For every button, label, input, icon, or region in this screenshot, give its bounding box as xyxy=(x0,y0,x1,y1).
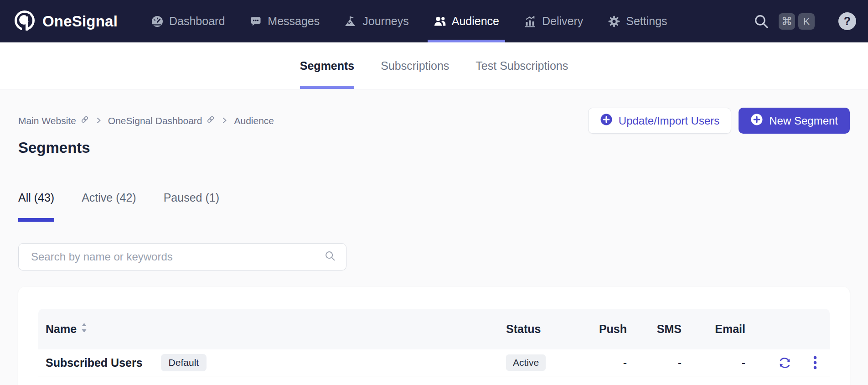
audience-subnav: Segments Subscriptions Test Subscription… xyxy=(0,42,868,89)
audience-icon xyxy=(434,15,446,28)
k-key: K xyxy=(798,13,815,30)
segment-filter-tabs: All (43) Active (42) Paused (1) xyxy=(18,191,850,222)
sms-cell: - xyxy=(627,356,682,369)
nav-item-label: Journeys xyxy=(362,15,408,28)
page-title: Segments xyxy=(18,138,850,157)
nav-item-settings[interactable]: Settings xyxy=(595,0,679,42)
brand-name: OneSignal xyxy=(42,13,118,30)
nav-item-delivery[interactable]: Delivery xyxy=(512,0,595,42)
tab-test-subscriptions[interactable]: Test Subscriptions xyxy=(475,42,568,89)
breadcrumb: Main Website OneSignal Dashboard xyxy=(18,115,274,126)
subtab-label: Test Subscriptions xyxy=(475,59,568,73)
default-badge: Default xyxy=(161,354,207,371)
column-header-name[interactable]: Name xyxy=(38,323,506,336)
nav-item-label: Dashboard xyxy=(169,15,225,28)
kebab-menu-icon[interactable] xyxy=(813,356,817,369)
column-header-status: Status xyxy=(506,323,584,336)
search-input[interactable] xyxy=(30,250,324,264)
breadcrumb-main-website[interactable]: Main Website xyxy=(18,115,89,126)
link-icon xyxy=(80,115,89,126)
chevron-right-icon xyxy=(96,115,101,126)
segments-table-card: Name Status Push SMS Email Subscribed Us… xyxy=(18,287,850,385)
plus-circle-icon xyxy=(750,113,763,129)
settings-icon xyxy=(608,15,620,28)
delivery-icon xyxy=(524,15,537,28)
onesignal-brand[interactable]: OneSignal xyxy=(14,10,118,33)
subtab-label: Subscriptions xyxy=(381,59,449,73)
table-row[interactable]: Subscribed Users Default Active - - - xyxy=(38,349,830,376)
update-import-users-button[interactable]: Update/Import Users xyxy=(588,108,731,134)
breadcrumb-audience: Audience xyxy=(234,115,274,126)
header-row: Main Website OneSignal Dashboard xyxy=(18,108,850,134)
subtab-label: Segments xyxy=(300,59,354,73)
breadcrumb-label: Audience xyxy=(234,115,274,126)
main-content: Main Website OneSignal Dashboard xyxy=(0,108,868,385)
search-icon xyxy=(324,250,336,264)
messages-icon xyxy=(249,15,262,28)
link-icon xyxy=(206,115,215,126)
nav-item-dashboard[interactable]: Dashboard xyxy=(139,0,237,42)
filter-tab-all[interactable]: All (43) xyxy=(18,191,54,222)
search-icon[interactable] xyxy=(753,13,770,30)
breadcrumb-label: Main Website xyxy=(18,115,76,126)
segment-search xyxy=(18,243,346,271)
onesignal-logo-icon xyxy=(14,10,36,33)
column-header-email: Email xyxy=(682,323,745,336)
help-icon[interactable]: ? xyxy=(838,12,856,30)
sort-icon xyxy=(81,323,87,336)
status-cell: Active xyxy=(506,354,584,371)
button-label: Update/Import Users xyxy=(619,114,719,127)
column-label: Name xyxy=(46,323,77,336)
push-cell: - xyxy=(584,356,627,369)
nav-item-label: Audience xyxy=(452,15,499,28)
navbar-right: ⌘ K ? xyxy=(753,12,868,30)
nav-item-audience[interactable]: Audience xyxy=(421,0,512,42)
row-actions xyxy=(745,356,830,369)
table-header: Name Status Push SMS Email xyxy=(38,309,830,349)
nav-item-label: Messages xyxy=(268,15,320,28)
page-actions: Update/Import Users New Segment xyxy=(588,108,850,134)
tab-subscriptions[interactable]: Subscriptions xyxy=(381,42,449,89)
nav-item-messages[interactable]: Messages xyxy=(237,0,332,42)
nav-item-label: Delivery xyxy=(542,15,583,28)
nav-item-label: Settings xyxy=(626,15,667,28)
chevron-right-icon xyxy=(222,115,227,126)
filter-tab-paused[interactable]: Paused (1) xyxy=(164,191,219,222)
breadcrumb-label: OneSignal Dashboard xyxy=(108,115,202,126)
nav-item-journeys[interactable]: Journeys xyxy=(332,0,421,42)
top-navbar: OneSignal Dashboard xyxy=(0,0,868,42)
main-nav: Dashboard Messages xyxy=(139,0,680,42)
column-header-push: Push xyxy=(584,323,627,336)
tab-segments[interactable]: Segments xyxy=(300,42,354,89)
segment-name[interactable]: Subscribed Users xyxy=(46,356,143,369)
cmd-key: ⌘ xyxy=(779,13,795,30)
status-badge: Active xyxy=(506,354,546,371)
filter-tab-active[interactable]: Active (42) xyxy=(82,191,136,222)
breadcrumb-onesignal-dashboard[interactable]: OneSignal Dashboard xyxy=(108,115,216,126)
plus-circle-icon xyxy=(600,113,613,129)
segment-name-cell: Subscribed Users Default xyxy=(38,354,506,371)
button-label: New Segment xyxy=(769,114,838,127)
dashboard-icon xyxy=(151,15,164,28)
new-segment-button[interactable]: New Segment xyxy=(739,108,850,134)
refresh-icon[interactable] xyxy=(778,356,791,369)
email-cell: - xyxy=(682,356,745,369)
column-header-sms: SMS xyxy=(627,323,682,336)
journeys-icon xyxy=(344,15,357,28)
